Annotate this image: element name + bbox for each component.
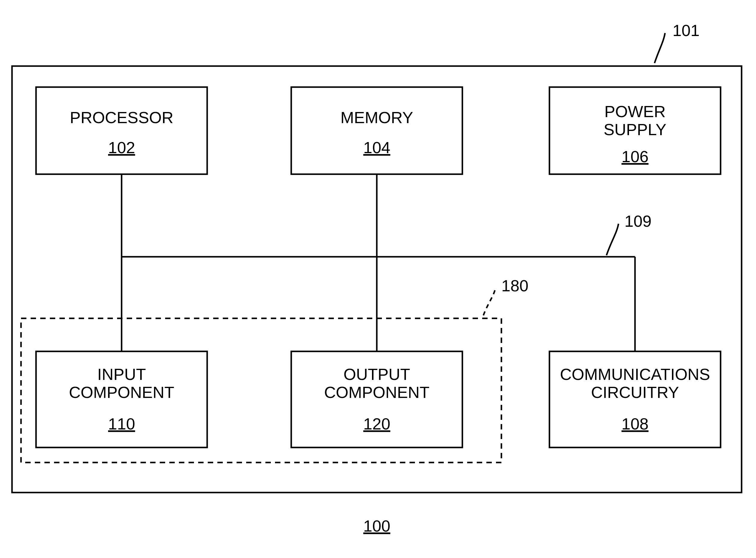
comms-label-2: CIRCUITRY [591, 383, 679, 401]
memory-label: MEMORY [340, 108, 413, 126]
comms-ref: 108 [622, 415, 649, 433]
output-label-2: COMPONENT [324, 383, 429, 401]
power-label-1: POWER [604, 102, 666, 121]
ref-109: 109 [625, 212, 652, 230]
lead-180 [484, 288, 495, 315]
lead-101 [654, 33, 665, 63]
lead-109 [606, 224, 619, 255]
ref-180: 180 [501, 277, 528, 295]
ref-101: 101 [673, 21, 700, 39]
input-ref: 110 [108, 415, 135, 433]
block-diagram: 101 PROCESSOR 102 MEMORY 104 POWER SUPPL… [0, 0, 756, 558]
processor-box [36, 87, 207, 174]
processor-label: PROCESSOR [70, 108, 173, 126]
processor-ref: 102 [108, 138, 135, 156]
power-label-2: SUPPLY [603, 121, 666, 138]
comms-label-1: COMMUNICATIONS [560, 365, 710, 383]
output-label-1: OUTPUT [343, 365, 410, 383]
input-label-1: INPUT [97, 365, 146, 383]
memory-box [291, 87, 462, 174]
figure-ref: 100 [363, 517, 390, 535]
power-ref: 106 [622, 148, 649, 166]
memory-ref: 104 [363, 138, 390, 156]
input-label-2: COMPONENT [69, 383, 175, 401]
output-ref: 120 [363, 415, 390, 433]
